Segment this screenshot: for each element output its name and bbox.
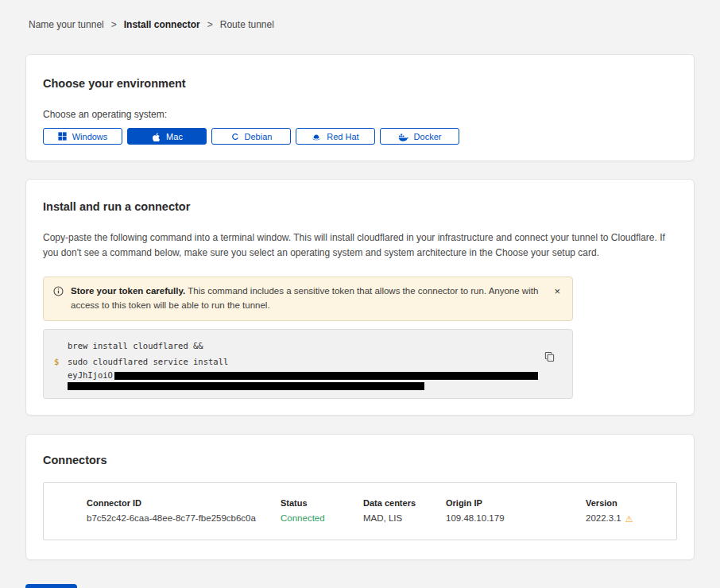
origin-ip-value: 109.48.10.179 (446, 511, 586, 540)
column-header-origin-ip: Origin IP (446, 483, 586, 511)
windows-icon (58, 132, 67, 141)
shell-prompt: $ (54, 354, 68, 369)
apple-icon (151, 132, 161, 141)
connector-id-value: b7c52c42-6caa-48ee-8c77-fbe259cb6c0a (87, 511, 281, 540)
breadcrumb-item-route-tunnel[interactable]: Route tunnel (220, 19, 274, 30)
docker-icon (398, 132, 408, 141)
token-warning-text: Store your token carefully.This command … (71, 284, 544, 313)
data-centers-value: MAD, LIS (363, 511, 446, 540)
install-connector-card: Install and run a connector Copy-paste t… (25, 179, 695, 416)
column-header-status: Status (281, 483, 363, 511)
os-button-debian[interactable]: Debian (211, 128, 291, 145)
redhat-icon (312, 132, 321, 141)
status-badge: Connected (281, 511, 363, 540)
os-button-redhat[interactable]: Red Hat (296, 128, 375, 145)
column-header-data-centers: Data centers (363, 483, 446, 511)
breadcrumb-item-name-your-tunnel[interactable]: Name your tunnel (29, 19, 104, 30)
token-warning-title: Store your token carefully. (71, 286, 185, 296)
install-command-code: brew install cloudflared && $ sudo cloud… (43, 329, 573, 399)
environment-card: Choose your environment Choose an operat… (25, 54, 695, 161)
info-icon (53, 286, 64, 313)
os-select-label: Choose an operating system: (43, 109, 677, 120)
column-header-version: Version (586, 483, 657, 511)
code-token-line-1: eyJhIjoiO (54, 370, 559, 381)
os-button-label: Red Hat (327, 132, 358, 141)
version-warning-icon: ⚠ (625, 513, 633, 524)
connectors-table: Connector ID Status Data centers Origin … (43, 482, 677, 540)
install-instructions: Copy-paste the following command into a … (43, 230, 677, 261)
table-row: b7c52c42-6caa-48ee-8c77-fbe259cb6c0a Con… (44, 511, 676, 540)
os-button-label: Windows (72, 132, 108, 141)
breadcrumb-separator: > (111, 19, 117, 30)
os-button-windows[interactable]: Windows (43, 128, 122, 145)
table-header-row: Connector ID Status Data centers Origin … (44, 483, 676, 511)
os-button-label: Mac (166, 132, 183, 141)
install-card-title: Install and run a connector (43, 200, 677, 213)
os-button-label: Docker (414, 132, 442, 141)
breadcrumb-item-install-connector[interactable]: Install connector (124, 19, 200, 30)
breadcrumb: Name your tunnel > Install connector > R… (0, 0, 720, 30)
connectors-card-title: Connectors (43, 454, 677, 466)
os-button-label: Debian (245, 132, 273, 141)
token-warning-banner: Store your token carefully.This command … (43, 277, 573, 321)
connectors-card: Connectors Connector ID Status Data cent… (25, 434, 695, 560)
environment-card-title: Choose your environment (43, 77, 677, 90)
code-token-line-2 (54, 381, 559, 390)
redacted-token-bar (114, 372, 538, 380)
os-button-docker[interactable]: Docker (380, 128, 459, 145)
next-button[interactable]: Next (25, 584, 77, 588)
code-line-2: $ sudo cloudflared service install (54, 354, 559, 369)
version-value: 2022.3.1 ⚠ (586, 511, 657, 540)
code-gutter (54, 338, 68, 354)
redacted-token-bar (68, 382, 424, 390)
copy-icon[interactable] (544, 351, 555, 363)
debian-icon (230, 132, 239, 141)
code-line-1: brew install cloudflared && (54, 338, 559, 354)
token-prefix: eyJhIjoiO (68, 370, 113, 381)
os-button-row: Windows Mac Debian Red Hat Docker (43, 128, 677, 145)
breadcrumb-separator: > (207, 19, 213, 30)
os-button-mac[interactable]: Mac (127, 128, 207, 145)
column-header-connector-id: Connector ID (87, 483, 281, 511)
close-icon[interactable]: × (552, 284, 563, 298)
